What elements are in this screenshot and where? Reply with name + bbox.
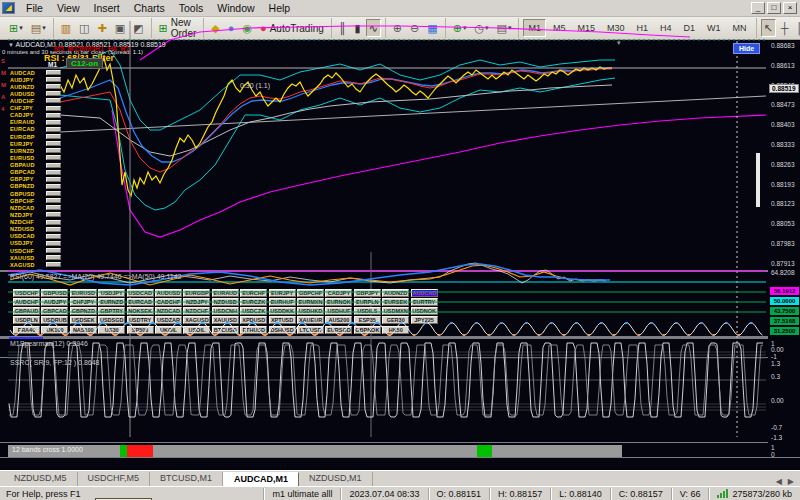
symbol-button-usdchf[interactable]	[46, 248, 61, 253]
templates-button[interactable]: ▤▾	[494, 19, 515, 37]
grid-button-usdmxn[interactable]: USDMXN	[382, 307, 409, 315]
grid-button-gbpchf[interactable]: GBPCHF	[297, 289, 324, 297]
grid-button-usdzar[interactable]: USDZAR	[155, 316, 182, 324]
zoom-in-button[interactable]: ⊕	[390, 19, 405, 37]
timeframe-h1-button[interactable]: H1	[632, 19, 654, 37]
grid-button-audchf[interactable]: AUDCHF	[13, 298, 40, 306]
grid-button-euraud[interactable]: EURAUD	[212, 289, 239, 297]
restore-button[interactable]: □	[767, 2, 781, 14]
symbol-button-chfjpy[interactable]	[46, 106, 61, 111]
menu-help[interactable]: Help	[262, 1, 298, 15]
grid-button-nzdchf[interactable]: NZDCHF	[183, 307, 210, 315]
grid-button-eurhuf[interactable]: EURHUF	[269, 298, 296, 306]
grid-button-usdpln[interactable]: USDPLN	[13, 316, 40, 324]
grid-button-eurgbp[interactable]: EURGBP	[183, 289, 210, 297]
grid-button-usddkk[interactable]: USDDKK	[269, 307, 296, 315]
grid-button-gbpusd[interactable]: GBPUSD	[41, 289, 68, 297]
grid-button-noksek[interactable]: NOKSEK	[127, 307, 154, 315]
tab-scroll-left-icon[interactable]: ◀	[776, 477, 782, 486]
menu-charts[interactable]: Charts	[127, 1, 172, 15]
timeframe-d1-button[interactable]: D1	[679, 19, 701, 37]
grid-button-ltcusd[interactable]: LTCUSD	[297, 326, 324, 334]
timeframe-m15-button[interactable]: M15	[573, 19, 601, 37]
autotrading-button[interactable]: ●AutoTrading	[257, 19, 327, 37]
crosshair-button[interactable]: ┼	[778, 19, 792, 37]
grid-button-aus200[interactable]: AUS200	[325, 316, 352, 324]
timeframe-m5-button[interactable]: M5	[548, 19, 571, 37]
symbol-button-eurcad[interactable]	[46, 127, 61, 132]
grid-button-usdsek[interactable]: USDSEK	[70, 316, 97, 324]
symbol-button-audusd[interactable]	[46, 91, 61, 96]
grid-button-xptusd[interactable]: XPTUSD	[269, 316, 296, 324]
grid-button-gbpaud[interactable]: GBPAUD	[13, 307, 40, 315]
menu-tools[interactable]: Tools	[172, 1, 211, 15]
grid-button-audcad[interactable]: AUDCAD	[411, 289, 438, 297]
grid-button-audusd[interactable]: AUDUSD	[155, 289, 182, 297]
grid-button-eurtry[interactable]: EURTRY	[411, 298, 438, 306]
grid-button-usdjpy[interactable]: USDJPY	[98, 289, 125, 297]
symbol-button-gbpjpy[interactable]	[46, 177, 61, 182]
line-chart-button[interactable]: ∿	[366, 19, 381, 37]
symbol-button-gbpchf[interactable]	[46, 198, 61, 203]
timeframe-m30-button[interactable]: M30	[602, 19, 630, 37]
menu-window[interactable]: Window	[210, 1, 261, 15]
chart-shift-marker[interactable]: ▾	[617, 39, 621, 47]
grid-button-eurmxn[interactable]: EURMXN	[297, 298, 324, 306]
grid-button-esp35[interactable]: ESP35	[354, 316, 381, 324]
grid-button-cadchf[interactable]: CADCHF	[155, 298, 182, 306]
symbol-button-gbpnzd[interactable]	[46, 184, 61, 189]
vertical-line-button[interactable]: │	[794, 19, 800, 37]
separator-main-rsi[interactable]	[0, 270, 768, 272]
symbol-button-eurusd[interactable]	[46, 155, 61, 160]
separator-ssrc-bands[interactable]	[0, 442, 768, 443]
symbol-button-gbpcad[interactable]	[46, 170, 61, 175]
grid-button-cadjpy[interactable]: CADJPY	[325, 289, 352, 297]
grid-button-ukoil[interactable]: UKOIL	[155, 326, 182, 334]
symbol-button-audcad[interactable]	[46, 70, 61, 75]
grid-button-eurjpy[interactable]: EURJPY	[269, 289, 296, 297]
symbol-button-nzdusd[interactable]	[46, 227, 61, 232]
grid-button-eurusd[interactable]: EURUSD	[70, 289, 97, 297]
grid-button-usdrub[interactable]: USDRUB	[41, 316, 68, 324]
tab-audcad-m1[interactable]: AUDCAD,M1	[223, 472, 299, 486]
grid-button-xaueur[interactable]: XAUEUR	[297, 316, 324, 324]
tab-usdchf-m5[interactable]: USDCHF,M5	[78, 472, 151, 486]
grid-button-usoil[interactable]: USOIL	[183, 326, 210, 334]
grid-button-xagusd[interactable]: XAGUSD	[183, 316, 210, 324]
grid-button-sp500[interactable]: SP500	[127, 326, 154, 334]
separator-rsi-spearman[interactable]	[0, 336, 768, 339]
indicators-button[interactable]: ⊕▾	[450, 19, 470, 37]
timeframe-m1-button[interactable]: M1	[523, 19, 546, 37]
menu-file[interactable]: File	[19, 1, 50, 15]
symbol-button-audnzd[interactable]	[46, 84, 61, 89]
new-chart-button[interactable]: ⊞▾	[6, 19, 26, 37]
grid-button-usdsgd[interactable]: USDSGD	[98, 316, 125, 324]
grid-button-eurnok[interactable]: EURNOK	[325, 298, 352, 306]
symbol-button-audjpy[interactable]	[46, 77, 61, 82]
grid-button-gbpnzd[interactable]: GBPNZD	[70, 307, 97, 315]
profiles-button[interactable]: ▤▾	[28, 19, 49, 37]
grid-button-usdchf[interactable]: USDCHF	[13, 289, 40, 297]
grid-button-usdcad[interactable]: USDCAD	[127, 289, 154, 297]
c12-toggle-button[interactable]: C12-on	[66, 58, 103, 69]
grid-button-xauusd[interactable]: XAUUSD	[212, 316, 239, 324]
grid-button-uk100[interactable]: UK100	[41, 326, 68, 334]
data-window-button[interactable]: ◫	[76, 19, 92, 37]
symbol-button-usdcad[interactable]	[46, 234, 61, 239]
grid-button-audnzd[interactable]: AUDNZD	[382, 289, 409, 297]
grid-button-eurczk[interactable]: EURCZK	[240, 298, 267, 306]
cursor-button[interactable]: ↖	[761, 19, 776, 37]
symbol-button-eurgbp[interactable]	[46, 134, 61, 139]
bar-chart-button[interactable]: ║	[336, 19, 350, 37]
grid-button-dshusd[interactable]: DSHUSD	[269, 326, 296, 334]
symbol-button-audchf[interactable]	[46, 98, 61, 103]
symbol-button-gbpusd[interactable]	[46, 191, 61, 196]
grid-button-usdhuf[interactable]: USDHUF	[325, 307, 352, 315]
grid-button-gbpnok[interactable]: GBPNOK	[354, 326, 381, 334]
grid-button-usdnok[interactable]: USDNOK	[411, 307, 438, 315]
metaeditor-button[interactable]: ◆	[208, 19, 222, 37]
symbol-button-eurjpy[interactable]	[46, 141, 61, 146]
grid-button-eurnzd[interactable]: EURNZD	[98, 298, 125, 306]
hide-button[interactable]: Hide	[733, 43, 760, 54]
grid-button-gbptry[interactable]: GBPTRY	[98, 307, 125, 315]
